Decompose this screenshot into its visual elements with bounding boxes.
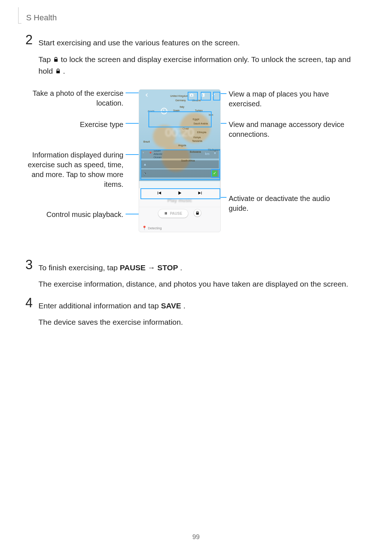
pin-icon: 📍 [142, 226, 147, 230]
warning-icon: ▲ [143, 163, 147, 166]
step2-text-a: Tap [38, 55, 53, 63]
play-music-label: Play music [139, 198, 220, 203]
pin-icon: 📍 [148, 152, 152, 155]
back-icon[interactable] [144, 93, 149, 99]
metrics-unit: km [205, 152, 209, 156]
header-rule [18, 7, 21, 24]
map-icon[interactable] [200, 93, 205, 99]
alert-row[interactable]: ▲ [140, 160, 219, 168]
step3-text-a: To finish exercising, tap [38, 263, 120, 272]
step-number-2: 2 [25, 33, 38, 46]
step4-save: SAVE [161, 301, 181, 310]
country-label: Saudi Arabia [193, 122, 208, 125]
step2-line2: Tap to lock the screen and display exerc… [38, 54, 367, 77]
step-number-3: 3 [25, 258, 38, 271]
callout-photo: Take a photo of the exercise location. [15, 89, 123, 108]
temperature-icon: ° [143, 152, 144, 155]
country-label: Tanzania [192, 140, 202, 142]
chevron-down-icon[interactable]: ▾ [214, 151, 216, 155]
step2-line1: Start exercising and use the various fea… [38, 37, 367, 49]
gps-text: Detecting [148, 226, 162, 230]
exercise-type-icon[interactable] [161, 108, 167, 114]
gps-status: 📍 Detecting [142, 226, 162, 230]
step-number-4: 4 [25, 296, 38, 309]
speaker-icon: 🔈 [143, 172, 147, 175]
metrics-row[interactable]: ° 📍 km ▾ [140, 150, 219, 159]
country-label: Egypt [193, 118, 199, 120]
exercise-timer: 00:20 [139, 126, 220, 139]
bottom-controls: PAUSE 📍 Detecting [139, 207, 220, 232]
camera-icon[interactable] [189, 93, 194, 99]
callout-map: View a map of places you have exercised. [229, 89, 348, 109]
lock-button[interactable] [194, 209, 201, 217]
step3-stop: STOP [158, 263, 178, 272]
pause-button[interactable]: PAUSE [158, 209, 188, 218]
country-label: Iran [209, 114, 213, 116]
country-label: Angola [178, 144, 186, 147]
callout-exercise-type: Exercise type [15, 120, 123, 130]
country-label: Brazil [143, 140, 150, 143]
lock-icon [55, 67, 61, 77]
step2-text-b: to lock the screen and display exercise … [38, 55, 351, 75]
exercise-diagram: Take a photo of the exercise location. E… [15, 85, 356, 255]
map-area[interactable]: North South Atlantic Ocean Germany Unite… [139, 90, 220, 181]
phone-screenshot: North South Atlantic Ocean Germany Unite… [139, 89, 221, 232]
country-label: Italy [180, 106, 184, 108]
step4-end: . [183, 301, 185, 310]
callout-music: Control music playback. [15, 210, 123, 219]
step3-arrow: → [148, 263, 158, 272]
audio-guide-row[interactable]: 🔈 [140, 169, 219, 177]
country-label: Spain [173, 109, 180, 112]
ocean-label-north: North [148, 110, 154, 113]
callout-info: Information displayed during exercise su… [15, 150, 123, 189]
top-icon-bar [139, 92, 220, 100]
step2-text-c: . [63, 67, 65, 75]
page-number: 99 [0, 533, 392, 541]
callout-audio: Activate or deactivate the audio guide. [229, 194, 348, 213]
audio-guide-checkbox[interactable]: ✓ [212, 171, 217, 176]
step4-line2: The device saves the exercise informatio… [38, 316, 367, 328]
play-button[interactable] [177, 190, 182, 197]
pause-label: PAUSE [170, 212, 182, 216]
step4-line1: Enter additional information and tap SAV… [38, 300, 367, 312]
next-track-button[interactable] [197, 190, 203, 197]
previous-track-button[interactable] [157, 190, 162, 197]
page-section-title: S Health [26, 13, 57, 22]
country-label: Turkey [195, 109, 203, 112]
accessory-icon[interactable] [211, 93, 216, 99]
step3-end: . [180, 263, 182, 272]
step3-pause: PAUSE [120, 263, 146, 272]
lock-icon [53, 56, 59, 65]
callout-accessory: View and manage accessory device connect… [229, 120, 348, 139]
step4-text-a: Enter additional information and tap [38, 301, 161, 310]
step3-line2: The exercise information, distance, and … [38, 278, 367, 290]
step3-line1: To finish exercising, tap PAUSE → STOP . [38, 262, 367, 274]
